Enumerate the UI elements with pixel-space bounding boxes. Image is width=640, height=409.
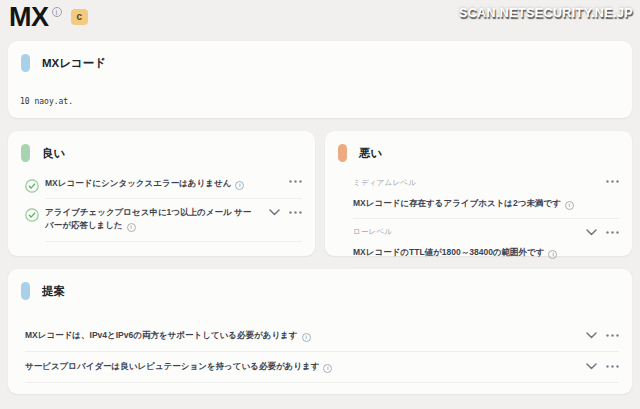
good-item-text: アライブチェックプロセス中に1つ以上のメール サーバーが応答しました [45,207,251,230]
chevron-down-icon[interactable] [586,363,597,370]
mx-record-card-header: MXレコード [8,41,632,72]
check-circle-icon [25,208,39,222]
green-pill-icon [21,144,30,162]
bad-card: 悪い ミディアムレベル MXレコードに存在するアライブホストは2つ未満ですi [325,131,632,256]
grade-badge: c [71,9,89,25]
severity-label: ローレベル [353,227,576,237]
bad-item-text: MXレコードに存在するアライブホストは2つ未満です [353,198,561,208]
watermark: SCAN.NETSECURITY.NE.JP [459,6,633,20]
info-icon[interactable]: i [548,250,557,259]
good-card: 良い MXレコードにシンタックスエラーはありませんi [8,131,315,256]
list-item: サービスプロバイダーは良いレピュテーションを持っている必要がありますi [25,352,619,383]
more-options-icon[interactable] [289,180,302,183]
more-options-icon[interactable] [606,334,619,337]
mx-record-card: MXレコード 10 naoy.at. [8,41,632,118]
more-options-icon[interactable] [606,231,619,234]
good-items: MXレコードにシンタックスエラーはありませんi [21,170,302,242]
bad-card-title: 悪い [359,146,382,161]
list-item: ミディアムレベル MXレコードに存在するアライブホストは2つ未満ですi [353,170,619,219]
suggestions-card-header: 提案 [8,269,632,300]
good-card-header: 良い [8,131,315,162]
info-icon[interactable]: i [235,181,244,190]
suggestion-item-text: MXレコードは、IPv4とIPv6の両方をサポートしている必要があります [25,330,298,340]
mx-record-card-title: MXレコード [42,56,106,71]
page-title: MX [9,3,49,33]
list-item: MXレコードにシンタックスエラーはありませんi [21,170,302,199]
suggestion-item-text: サービスプロバイダーは良いレピュテーションを持っている必要があります [25,361,319,371]
list-item: MXレコードは、IPv4とIPv6の両方をサポートしている必要がありますi [25,321,619,352]
bad-card-header: 悪い [325,131,632,162]
info-icon[interactable]: i [323,364,332,373]
severity-label: ミディアムレベル [353,178,596,188]
good-item-text: MXレコードにシンタックスエラーはありません [45,178,231,188]
bad-items: ミディアムレベル MXレコードに存在するアライブホストは2つ未満ですi ローレベ… [338,170,619,268]
chevron-down-icon[interactable] [586,229,597,236]
info-icon[interactable]: i [52,7,62,17]
chevron-down-icon[interactable] [586,332,597,339]
list-item: アライブチェックプロセス中に1つ以上のメール サーバーが応答しましたi [21,199,302,241]
suggestion-items: MXレコードは、IPv4とIPv6の両方をサポートしている必要がありますi サー… [20,321,619,383]
info-icon[interactable]: i [127,223,136,232]
mx-record-value: 10 naoy.at. [8,72,632,106]
list-item: ローレベル MXレコードのTTL値が1800～38400の範囲外ですi [353,219,619,268]
info-icon[interactable]: i [302,333,311,342]
good-bad-row: 良い MXレコードにシンタックスエラーはありませんi [8,131,632,256]
chevron-down-icon[interactable] [269,209,280,216]
main-content: MXレコード 10 naoy.at. 良い MXレコードにシンタックスエ [0,41,640,394]
suggestions-card-title: 提案 [42,284,65,299]
more-options-icon[interactable] [606,180,619,183]
blue-pill-icon [21,54,30,72]
bad-item-text: MXレコードのTTL値が1800～38400の範囲外です [353,247,544,257]
more-options-icon[interactable] [289,211,302,214]
good-card-title: 良い [42,146,65,161]
blue-pill-icon [21,282,30,300]
orange-pill-icon [338,144,347,162]
info-icon[interactable]: i [565,201,574,210]
suggestions-card: 提案 MXレコードは、IPv4とIPv6の両方をサポートしている必要がありますi [8,269,632,394]
more-options-icon[interactable] [606,365,619,368]
check-circle-icon [25,179,39,193]
